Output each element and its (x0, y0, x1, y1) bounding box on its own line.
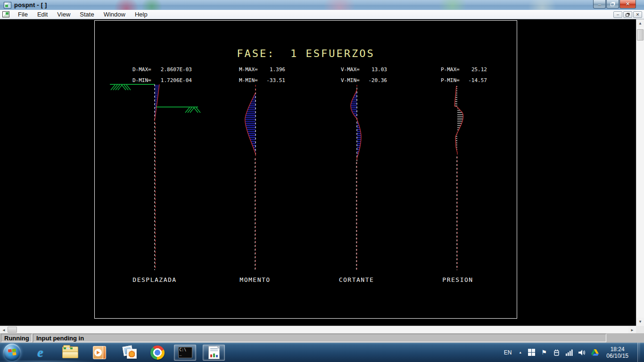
label-momento: MOMENTO (239, 276, 270, 283)
horizontal-scroll-thumb[interactable] (8, 327, 17, 333)
label-desplazada: DESPLAZADA (132, 276, 176, 283)
d-max-label: D-MAX= (132, 66, 155, 73)
internet-explorer-icon: e (37, 345, 43, 360)
windows-logo-icon (8, 349, 17, 356)
mdi-document-icon[interactable] (2, 11, 9, 17)
scroll-down-icon[interactable]: ▼ (636, 318, 644, 325)
ground-hatch-left (111, 85, 131, 90)
console-cursor: _ (180, 352, 191, 356)
menu-window[interactable]: Window (99, 10, 130, 19)
d-max-value: 2.8607E-03 (155, 66, 192, 73)
horizontal-scrollbar[interactable]: ◄ ► (0, 326, 636, 333)
minimize-icon: – (598, 1, 601, 7)
v-max-label: V-MAX= (341, 66, 363, 73)
ground-hatch-right (185, 107, 200, 113)
chevron-up-icon[interactable]: ▲ (518, 351, 523, 354)
taskbar-item-windows-explorer[interactable] (55, 343, 85, 362)
menu-state[interactable]: State (75, 10, 99, 19)
mdi-window-controls: – ✕ (613, 11, 642, 18)
v-max-value: 13.03 (363, 66, 387, 73)
window-controls: – ✕ (593, 0, 636, 8)
window-titlebar: pospnt - [ ] – ✕ (0, 0, 644, 10)
menubar: File Edit View State Window Help – ✕ (0, 10, 644, 19)
action-center-flag-icon[interactable]: ⚑ (540, 348, 548, 357)
desplazada-diagram (106, 81, 205, 274)
mdi-close-button[interactable]: ✕ (633, 11, 642, 18)
close-button[interactable]: ✕ (619, 0, 636, 8)
close-icon: ✕ (626, 1, 630, 7)
media-player-icon (93, 346, 107, 360)
mdi-restore-icon (626, 14, 629, 16)
folder-icon (62, 346, 78, 358)
command-prompt-icon: C:\ _ (178, 347, 192, 358)
presion-diagram (441, 81, 479, 274)
clock-time: 18:24 (606, 346, 628, 353)
status-bar: Running Input pending in (0, 333, 644, 343)
scroll-right-icon[interactable]: ► (628, 326, 636, 334)
network-signal-icon[interactable] (565, 348, 574, 357)
taskbar-item-photo-viewer[interactable] (115, 343, 144, 362)
vertical-scrollbar[interactable]: ▲ ▼ (636, 19, 644, 326)
google-drive-icon[interactable] (591, 348, 599, 357)
taskbar: e C:\ _ (0, 343, 644, 362)
taskbar-item-chrome[interactable] (144, 343, 171, 362)
menu-file[interactable]: File (13, 10, 33, 19)
desktop-panes-icon[interactable] (527, 348, 536, 357)
taskbar-item-pospnt-graphics[interactable] (203, 345, 225, 361)
moment-fill (245, 92, 256, 154)
minimize-button[interactable]: – (593, 0, 606, 8)
photo-viewer-icon (122, 346, 137, 359)
cortante-diagram (339, 81, 377, 274)
p-max-label: P-MAX= (441, 66, 463, 73)
status-message-text: Input pending in (36, 335, 84, 342)
menu-view[interactable]: View (52, 10, 75, 19)
clock-date: 06/10/15 (606, 353, 628, 359)
app-icon[interactable] (4, 2, 11, 8)
vertical-scroll-thumb[interactable] (637, 29, 644, 41)
label-cortante: CORTANTE (339, 276, 374, 283)
taskbar-item-command-prompt[interactable]: C:\ _ (174, 345, 196, 361)
restore-button[interactable] (606, 0, 619, 8)
show-desktop-button[interactable] (637, 343, 640, 362)
menu-help[interactable]: Help (130, 10, 152, 19)
label-presion: PRESION (442, 276, 473, 283)
taskbar-clock[interactable]: 18:24 06/10/15 (603, 346, 631, 359)
mdi-restore-button[interactable] (623, 11, 632, 18)
taskbar-item-media-player[interactable] (85, 343, 115, 362)
plot-title: FASE: 1 ESFUERZOS (94, 48, 517, 59)
window-title: pospnt - [ ] (14, 1, 47, 8)
menu-edit[interactable]: Edit (33, 10, 52, 19)
chrome-icon (150, 346, 165, 360)
scrollbar-corner (636, 326, 644, 333)
mdi-minimize-icon: – (617, 12, 619, 17)
power-plug-icon[interactable] (553, 348, 561, 357)
p-max-value: 25.12 (463, 66, 487, 73)
volume-speaker-icon[interactable] (578, 348, 586, 357)
mdi-minimize-button[interactable]: – (613, 11, 622, 18)
language-indicator[interactable]: EN (502, 349, 514, 356)
start-button[interactable] (3, 344, 21, 361)
scroll-up-icon[interactable]: ▲ (636, 19, 644, 27)
taskbar-item-internet-explorer[interactable]: e (25, 343, 55, 362)
m-max-label: M-MAX= (239, 66, 262, 73)
status-state: Running (1, 334, 32, 342)
status-message: Input pending in (33, 334, 606, 342)
pospnt-graphics-icon (208, 346, 220, 359)
momento-diagram (238, 81, 276, 274)
desktop: pospnt - [ ] – ✕ File Edit View State Wi… (0, 0, 644, 362)
scroll-left-icon[interactable]: ◄ (0, 326, 8, 334)
restore-icon (611, 3, 614, 6)
status-state-text: Running (4, 335, 29, 342)
m-max-value: 1.396 (262, 66, 285, 73)
system-tray: EN ▲ ⚑ 18:24 06/10/ (502, 343, 644, 362)
mdi-close-icon: ✕ (636, 12, 640, 17)
